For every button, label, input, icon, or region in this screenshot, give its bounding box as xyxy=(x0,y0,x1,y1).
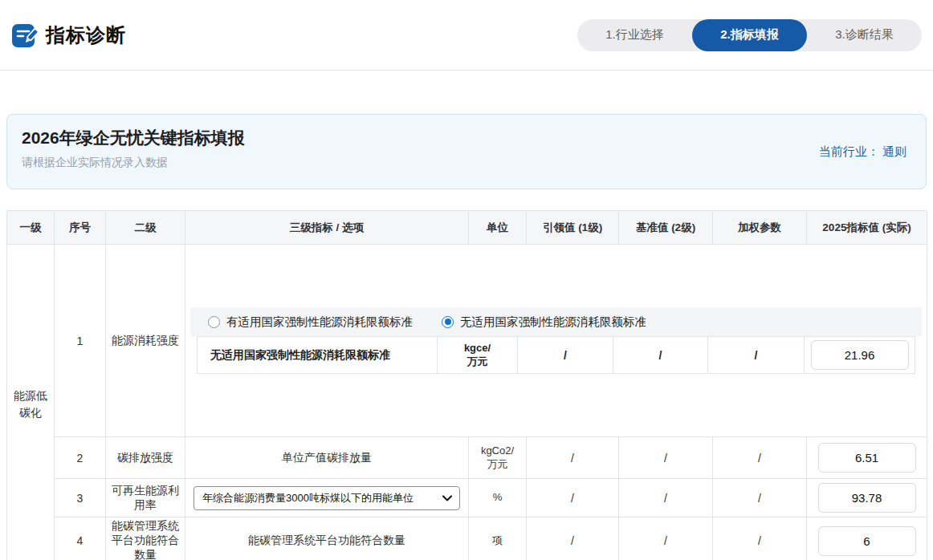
actual-value-cell xyxy=(807,517,927,560)
info-card: 2026年绿企无忧关键指标填报 请根据企业实际情况录入数据 当前行业： 通则 xyxy=(6,114,927,189)
unit-cell: kgCo2/ 万元 xyxy=(469,437,527,479)
sub-indicator-row: 无适用国家强制性能源消耗限额标准 kgce/ 万元 / / / xyxy=(198,337,915,374)
leading-value-cell: / xyxy=(527,437,619,479)
tab-indicator-fill[interactable]: 2.指标填报 xyxy=(692,19,807,51)
level1-group-cell: 能源低碳化 xyxy=(7,245,55,560)
value-input-carbon-intensity[interactable] xyxy=(818,443,916,473)
value-input-platform-functions[interactable] xyxy=(818,526,916,556)
level3-cell: 单位产值碳排放量 xyxy=(185,437,469,479)
unit-cell: 项 xyxy=(469,517,527,560)
col-header-level3: 三级指标 / 选项 xyxy=(185,211,469,245)
col-header-leading: 引领值 (1级) xyxy=(527,211,619,245)
info-card-left: 2026年绿企无忧关键指标填报 请根据企业实际情况录入数据 xyxy=(22,127,245,177)
weight-param-cell: / xyxy=(713,437,807,479)
tab-industry-select[interactable]: 1.行业选择 xyxy=(577,19,692,51)
level2-cell: 可再生能源利用率 xyxy=(106,479,185,517)
table-row: 2 碳排放强度 单位产值碳排放量 kgCo2/ 万元 / / / xyxy=(7,437,927,479)
row-index-cell: 4 xyxy=(55,517,106,560)
step-tabs: 1.行业选择 2.指标填报 3.诊断结果 xyxy=(577,19,922,51)
tab-diagnosis-result[interactable]: 3.诊断结果 xyxy=(807,19,922,51)
actual-value-cell xyxy=(807,437,927,479)
row-index-cell: 2 xyxy=(55,437,106,479)
table-header-row: 一级 序号 二级 三级指标 / 选项 单位 引领值 (1级) 基准值 (2级) … xyxy=(7,211,927,245)
unit-cell: kgce/ 万元 xyxy=(438,337,518,374)
col-header-level2: 二级 xyxy=(106,211,185,245)
radio-no-standard[interactable]: 无适用国家强制性能源消耗限额标准 xyxy=(442,314,646,330)
radio-checked-icon[interactable] xyxy=(442,316,454,328)
col-header-baseline: 基准值 (2级) xyxy=(619,211,713,245)
card-subtitle: 请根据企业实际情况录入数据 xyxy=(22,156,245,170)
value-input-energy-intensity[interactable] xyxy=(811,340,909,370)
current-industry-value: 通则 xyxy=(882,144,907,158)
current-industry: 当前行业： 通则 xyxy=(819,144,911,160)
brand: 指标诊断 xyxy=(11,22,126,49)
weight-param-cell: / xyxy=(713,517,807,560)
table-row: 3 可再生能源利用率 年综合能源消费量3000吨标煤以下的用能单位 % / / … xyxy=(7,479,927,517)
level3-cell: 能碳管理系统平台功能符合数量 xyxy=(185,517,469,560)
table-row: 4 能碳管理系统平台功能符合数量 能碳管理系统平台功能符合数量 项 / / / xyxy=(7,517,927,560)
unit-cell: % xyxy=(469,479,527,517)
card-title: 2026年绿企无忧关键指标填报 xyxy=(22,127,245,149)
sub-indicator-table: 无适用国家强制性能源消耗限额标准 kgce/ 万元 / / / xyxy=(197,336,915,374)
leading-value-cell: / xyxy=(518,337,613,374)
standard-radio-group: 有适用国家强制性能源消耗限额标准 无适用国家强制性能源消耗限额标准 xyxy=(190,307,922,336)
value-input-renewable-rate[interactable] xyxy=(818,483,916,513)
sub-indicator-label: 无适用国家强制性能源消耗限额标准 xyxy=(198,337,438,374)
level2-cell: 能碳管理系统平台功能符合数量 xyxy=(106,517,185,560)
table-row: 能源低碳化 1 能源消耗强度 有适用国家强制性能源消耗限额标准 无适用国家强制性… xyxy=(7,245,927,437)
chevron-down-icon xyxy=(442,495,452,501)
col-header-level1: 一级 xyxy=(7,211,55,245)
energy-unit-select[interactable]: 年综合能源消费量3000吨标煤以下的用能单位 xyxy=(194,486,460,510)
document-edit-icon xyxy=(11,22,39,49)
actual-value-cell xyxy=(807,479,927,517)
level2-cell: 碳排放强度 xyxy=(106,437,185,479)
level3-cell: 年综合能源消费量3000吨标煤以下的用能单位 xyxy=(185,479,469,517)
weight-param-cell: / xyxy=(713,479,807,517)
radio-unchecked-icon[interactable] xyxy=(208,316,220,328)
col-header-2025-value: 2025指标值 (实际) xyxy=(807,211,927,245)
col-header-weight: 加权参数 xyxy=(713,211,807,245)
baseline-value-cell: / xyxy=(619,437,713,479)
row-index-cell: 1 xyxy=(55,245,106,437)
indicator-table: 一级 序号 二级 三级指标 / 选项 单位 引领值 (1级) 基准值 (2级) … xyxy=(6,210,927,560)
radio-has-standard[interactable]: 有适用国家强制性能源消耗限额标准 xyxy=(208,314,413,330)
page-title: 指标诊断 xyxy=(46,22,126,48)
row-index-cell: 3 xyxy=(55,479,106,517)
level2-cell: 能源消耗强度 xyxy=(106,245,185,437)
col-header-index: 序号 xyxy=(55,211,106,245)
leading-value-cell: / xyxy=(527,479,619,517)
col-header-unit: 单位 xyxy=(469,211,527,245)
actual-value-cell xyxy=(805,337,915,374)
leading-value-cell: / xyxy=(527,517,619,560)
current-industry-label: 当前行业： xyxy=(819,144,879,158)
baseline-value-cell: / xyxy=(619,479,713,517)
level3-complex-cell: 有适用国家强制性能源消耗限额标准 无适用国家强制性能源消耗限额标准 无适用国家强… xyxy=(185,245,927,437)
baseline-value-cell: / xyxy=(619,517,713,560)
weight-param-cell: / xyxy=(708,337,805,374)
top-bar: 指标诊断 1.行业选择 2.指标填报 3.诊断结果 xyxy=(0,0,933,71)
baseline-value-cell: / xyxy=(613,337,708,374)
